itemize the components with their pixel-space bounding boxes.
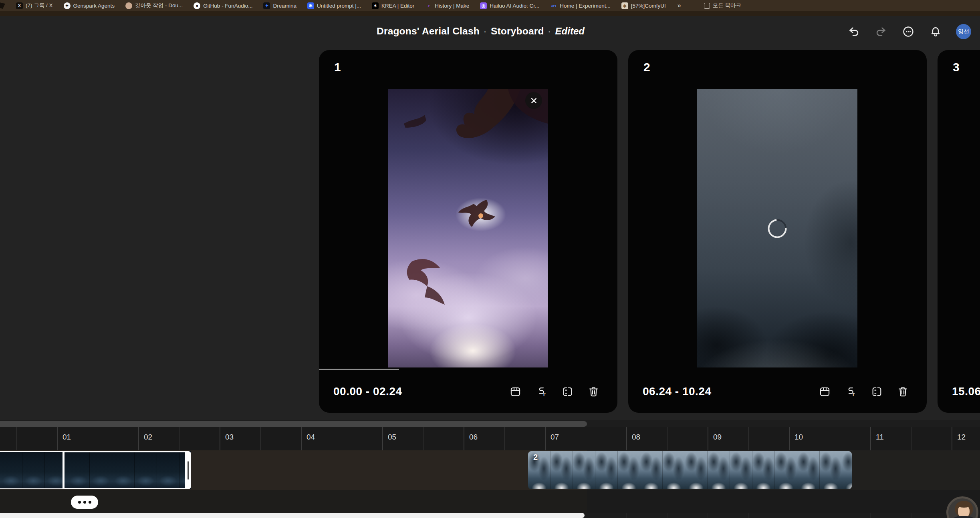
bookmark-item[interactable]: X(7) 그록 / X — [16, 2, 53, 9]
dot — [89, 501, 91, 504]
timeline-more-button[interactable] — [71, 496, 98, 509]
bookmark-item[interactable]: ✦Dreamina — [263, 2, 296, 9]
bookmark-item[interactable]: ◎Hailuo AI Audio: Cr... — [480, 2, 539, 9]
ruler-tick — [911, 427, 911, 450]
split-scene-icon[interactable] — [871, 385, 883, 398]
clip-right-trim-handle[interactable] — [185, 451, 191, 489]
mpi-icon: MPI — [550, 2, 557, 9]
github-icon: ● — [194, 2, 200, 9]
film-thumbnail — [112, 451, 135, 489]
timeline: 2 010203040506070809101112 — [0, 420, 980, 518]
title-separator: · — [548, 28, 551, 36]
frame-settings-icon[interactable] — [819, 385, 831, 398]
bookmark-item[interactable]: ✻Untitled prompt |... — [307, 2, 361, 9]
scene-1-video-frame[interactable] — [388, 89, 548, 367]
ruler-tick — [16, 427, 17, 450]
x-grok-icon: X — [16, 2, 23, 9]
bookmark-item[interactable]: 갓아웃 작업 - Dou... — [125, 2, 183, 9]
filmstrip — [0, 451, 191, 489]
bookmarks-bar: X(7) 그록 / X✦Genspark Agents갓아웃 작업 - Dou.… — [0, 0, 980, 11]
clip-number-label: 2 — [533, 453, 538, 462]
script-text-icon[interactable]: T — [845, 385, 857, 398]
clipped-favicon — [0, 2, 5, 9]
bookmark-label: History | Make — [435, 3, 469, 9]
playback-progress — [319, 369, 399, 370]
delete-scene-icon[interactable] — [587, 385, 600, 398]
bookmark-item[interactable]: ✦Genspark Agents — [64, 2, 115, 9]
ruler-label: 03 — [225, 433, 234, 442]
redo-icon[interactable] — [874, 25, 888, 38]
dot — [83, 501, 86, 504]
avatar-fringe — [956, 502, 972, 508]
more-options-icon[interactable] — [901, 25, 915, 38]
timeline-clip-2[interactable]: 2 — [528, 451, 852, 489]
close-icon — [530, 97, 537, 104]
film-thumbnail — [0, 451, 22, 489]
scene-actions: T — [819, 385, 909, 398]
bookmark-label: [57%]ComfyUI — [631, 3, 666, 9]
clip-left-trim-handle[interactable] — [63, 451, 65, 489]
flow-icon: ✻ — [307, 2, 314, 9]
delete-scene-icon[interactable] — [897, 385, 909, 398]
film-thumbnail — [752, 451, 775, 489]
undo-icon[interactable] — [847, 25, 861, 38]
ruler-label: 07 — [550, 433, 559, 442]
timeline-clip-1[interactable] — [0, 451, 191, 489]
ruler-label: 08 — [632, 433, 640, 442]
ruler-tick — [830, 427, 830, 450]
ruler-tick — [586, 427, 586, 450]
make-icon: // — [425, 2, 432, 9]
film-thumbnail — [157, 451, 179, 489]
film-thumbnail — [730, 451, 752, 489]
user-avatar[interactable]: 영선 — [956, 24, 971, 39]
storyboard-card-2[interactable]: 2 06.24 - 10.24 T — [628, 50, 927, 413]
ruler-tick — [423, 427, 423, 450]
film-thumbnail — [663, 451, 685, 489]
ruler-label: 05 — [388, 433, 396, 442]
ruler-tick — [464, 427, 464, 450]
ruler-tick — [301, 427, 302, 450]
bookmark-label: 갓아웃 작업 - Dou... — [135, 2, 183, 9]
bottom-horizontal-scrollbar[interactable] — [0, 513, 585, 518]
bookmark-label: Dreamina — [273, 3, 296, 9]
all-bookmarks-button[interactable]: 모든 북마크 — [704, 2, 741, 9]
ruler-tick — [748, 427, 749, 450]
ruler-label: 04 — [307, 433, 315, 442]
svg-text:T: T — [542, 392, 546, 397]
ruler-tick — [260, 427, 261, 450]
close-preview-button[interactable] — [525, 92, 542, 109]
bookmark-item[interactable]: //History | Make — [425, 2, 469, 9]
bookmarks-overflow-chevron[interactable]: » — [677, 2, 682, 9]
script-text-icon[interactable]: T — [535, 385, 548, 398]
storyboard-card-3[interactable]: 3 15.06 — [938, 50, 980, 413]
timeline-horizontal-scrollbar[interactable] — [0, 421, 587, 427]
frame-settings-icon[interactable] — [509, 385, 522, 398]
bookmark-item[interactable]: MPIHome | Experiment... — [550, 2, 611, 9]
bookmark-label: KREA | Editor — [381, 3, 414, 9]
ruler-tick — [382, 427, 383, 450]
bookmark-label: GitHub - FunAudio... — [203, 3, 252, 9]
ruler-label: 10 — [794, 433, 803, 442]
clip-outline — [0, 488, 64, 489]
scene-number: 1 — [334, 60, 341, 74]
scene-2-video-frame[interactable] — [697, 89, 857, 367]
bookmark-item[interactable]: ●GitHub - FunAudio... — [194, 2, 252, 9]
bookmark-item[interactable]: ◈[57%]ComfyUI — [621, 2, 666, 9]
ruler-label: 09 — [713, 433, 722, 442]
all-bookmarks-label: 모든 북마크 — [713, 2, 741, 9]
edited-status: Edited — [555, 26, 585, 37]
split-scene-icon[interactable] — [561, 385, 574, 398]
notifications-bell-icon[interactable] — [929, 25, 942, 38]
scene-actions: T — [509, 385, 600, 398]
storyboard-card-1[interactable]: 1 00.00 - 02.24 T — [319, 50, 617, 413]
comfyui-icon: ◈ — [621, 2, 628, 9]
bookmark-item[interactable]: ✶KREA | Editor — [372, 2, 414, 9]
dreamina-icon: ✦ — [263, 2, 270, 9]
dot — [78, 501, 81, 504]
avatar-body — [952, 516, 976, 518]
timeline-lower-band-outside — [587, 490, 980, 513]
trim-grip — [188, 461, 189, 480]
card-footer: 06.24 - 10.24 T — [643, 380, 909, 403]
ruler-tick — [708, 427, 708, 450]
film-thumbnail — [842, 451, 852, 489]
